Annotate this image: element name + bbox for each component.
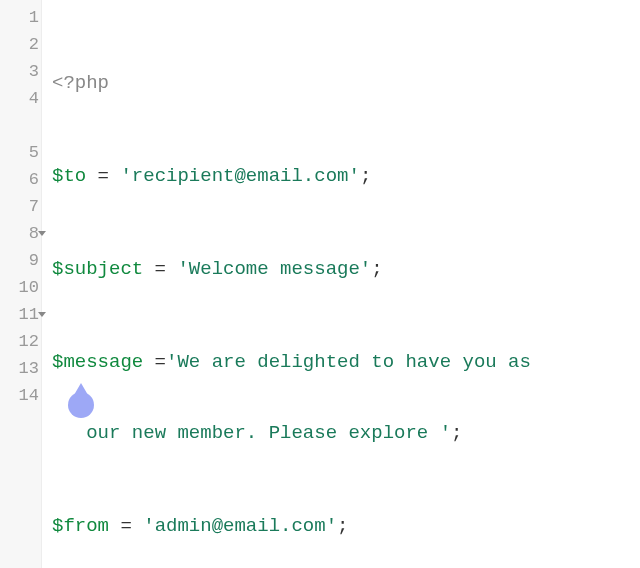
line-number — [0, 112, 41, 139]
line-number: 7 — [0, 193, 41, 220]
line-number: 3 — [0, 58, 41, 85]
line-number: 13 — [0, 355, 41, 382]
touch-caret-handle-icon[interactable] — [68, 392, 94, 418]
line-number: 1 — [0, 4, 41, 31]
variable: $message — [52, 351, 143, 373]
line-number: 11 — [0, 301, 41, 328]
line-number: 5 — [0, 139, 41, 166]
line-number-gutter: 1 2 3 4 5 6 7 8 9 10 11 12 13 14 — [0, 0, 42, 568]
code-line[interactable]: $from = 'admin@email.com'; — [52, 513, 640, 540]
line-number: 4 — [0, 85, 41, 112]
variable: $subject — [52, 258, 143, 280]
line-number: 12 — [0, 328, 41, 355]
variable: $to — [52, 165, 86, 187]
code-line[interactable]: $subject = 'Welcome message'; — [52, 256, 640, 283]
code-line-wrap[interactable]: our new member. Please explore '; — [52, 420, 640, 447]
code-line[interactable]: $to = 'recipient@email.com'; — [52, 163, 640, 190]
string-literal: 'admin@email.com' — [143, 515, 337, 537]
line-number: 14 — [0, 382, 41, 409]
variable: $from — [52, 515, 109, 537]
code-editor[interactable]: 1 2 3 4 5 6 7 8 9 10 11 12 13 14 <?php $… — [0, 0, 640, 568]
string-literal: our new member. Please explore ' — [86, 422, 451, 444]
php-open-tag: <?php — [52, 72, 109, 94]
code-line[interactable]: <?php — [52, 70, 640, 97]
string-literal: 'recipient@email.com' — [120, 165, 359, 187]
string-literal: 'Welcome message' — [177, 258, 371, 280]
string-literal: 'We are delighted to have you as — [166, 351, 531, 373]
line-number: 2 — [0, 31, 41, 58]
line-number: 6 — [0, 166, 41, 193]
code-line[interactable]: $message ='We are delighted to have you … — [52, 349, 640, 376]
code-area[interactable]: <?php $to = 'recipient@email.com'; $subj… — [42, 0, 640, 568]
line-number: 10 — [0, 274, 41, 301]
line-number: 9 — [0, 247, 41, 274]
line-number: 8 — [0, 220, 41, 247]
